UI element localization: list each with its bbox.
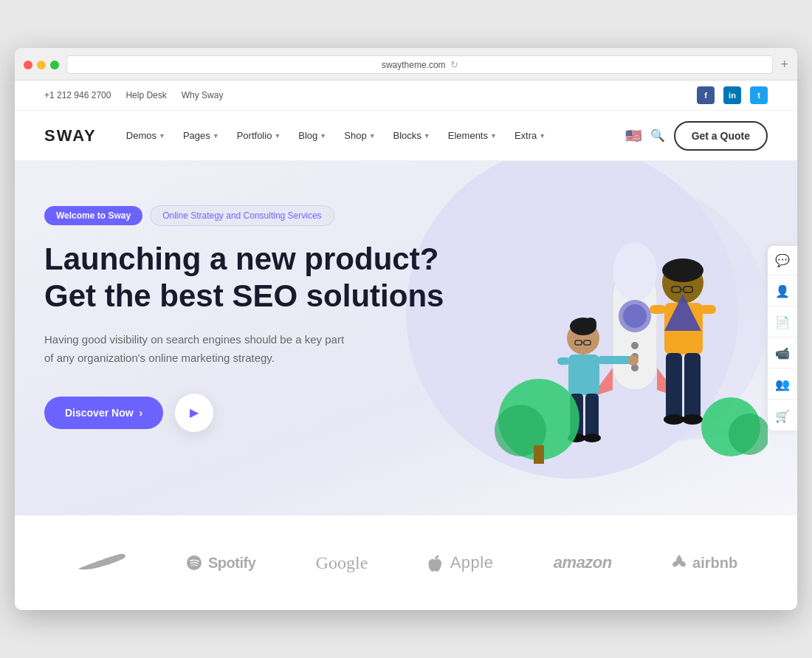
right-sidebar: 💬 👤 📄 📹 👥 🛒 <box>768 246 797 431</box>
chat-icon[interactable]: 💬 <box>768 246 797 275</box>
svg-rect-30 <box>568 354 599 395</box>
linkedin-icon[interactable]: in <box>723 86 741 104</box>
nav-label-portfolio: Portfolio <box>237 130 272 141</box>
brand-apple[interactable]: Apple <box>428 553 494 572</box>
top-bar-left: +1 212 946 2700 Help Desk Why Sway <box>44 90 223 100</box>
svg-rect-17 <box>650 305 666 314</box>
discover-button[interactable]: Discover Now › <box>44 397 163 429</box>
maximize-button[interactable] <box>50 61 59 69</box>
airbnb-label: airbnb <box>692 555 737 572</box>
badge-primary: Welcome to Sway <box>44 206 142 225</box>
new-tab-button[interactable]: + <box>780 57 788 72</box>
url-text: swaytheme.com <box>382 60 446 70</box>
why-sway-link[interactable]: Why Sway <box>182 90 224 100</box>
nav-label-blog: Blog <box>298 130 317 141</box>
nav-label-pages: Pages <box>183 130 210 141</box>
hero-description: Having good visibility on search engines… <box>44 330 354 368</box>
svg-point-22 <box>664 414 684 425</box>
search-icon[interactable]: 🔍 <box>650 128 665 143</box>
discover-label: Discover Now <box>65 407 134 419</box>
hero-section: Welcome to Sway Online Strategy and Cons… <box>15 161 797 515</box>
get-quote-button[interactable]: Get a Quote <box>674 121 768 151</box>
hero-content: Welcome to Sway Online Strategy and Cons… <box>44 205 458 432</box>
svg-rect-40 <box>534 445 544 464</box>
social-links: f in t <box>697 86 768 104</box>
close-button[interactable] <box>24 61 32 69</box>
svg-point-32 <box>628 355 639 366</box>
nav-label-blocks: Blocks <box>393 130 422 141</box>
svg-rect-33 <box>557 357 570 365</box>
minimize-button[interactable] <box>37 61 46 69</box>
chevron-down-icon: ▼ <box>490 132 497 140</box>
nav-right: 🇺🇸 🔍 Get a Quote <box>625 121 768 151</box>
svg-point-37 <box>583 433 601 442</box>
nav-item-portfolio[interactable]: Portfolio ▼ <box>230 124 289 147</box>
chevron-down-icon: ▼ <box>369 132 376 140</box>
chevron-down-icon: ▼ <box>274 132 281 140</box>
nav-item-shop[interactable]: Shop ▼ <box>337 124 382 147</box>
amazon-label: amazon <box>554 553 612 572</box>
main-nav: SWAY Demos ▼ Pages ▼ Portfolio ▼ Blog ▼ <box>15 111 797 161</box>
svg-point-23 <box>682 414 703 425</box>
help-desk-link[interactable]: Help Desk <box>125 90 166 100</box>
url-bar[interactable]: swaytheme.com ↻ <box>66 55 773 74</box>
facebook-icon[interactable]: f <box>697 86 715 104</box>
svg-point-12 <box>662 258 703 282</box>
browser-chrome: swaytheme.com ↻ + <box>15 48 797 80</box>
site-wrapper: +1 212 946 2700 Help Desk Why Sway f in … <box>15 80 797 610</box>
spotify-label: Spotify <box>208 555 255 572</box>
chevron-down-icon: ▼ <box>213 132 219 140</box>
brand-airbnb[interactable]: airbnb <box>672 553 737 572</box>
hero-badges: Welcome to Sway Online Strategy and Cons… <box>44 205 458 226</box>
brand-nike[interactable] <box>75 552 126 573</box>
nav-item-blog[interactable]: Blog ▼ <box>291 124 334 147</box>
svg-point-7 <box>631 342 639 349</box>
svg-rect-21 <box>684 353 701 419</box>
user-circle-icon[interactable]: 👤 <box>768 277 797 306</box>
svg-rect-18 <box>700 305 716 314</box>
svg-rect-35 <box>585 394 599 438</box>
nav-label-demos: Demos <box>126 130 156 141</box>
badge-secondary: Online Strategy and Consulting Services <box>150 205 334 226</box>
hero-actions: Discover Now › ▶ <box>44 394 458 432</box>
play-icon: ▶ <box>190 405 199 419</box>
people-icon[interactable]: 👥 <box>768 370 797 400</box>
arrow-icon: › <box>140 407 143 419</box>
chevron-down-icon: ▼ <box>159 132 165 140</box>
language-flag[interactable]: 🇺🇸 <box>625 128 641 144</box>
nav-item-demos[interactable]: Demos ▼ <box>119 124 173 147</box>
google-label: Google <box>316 553 368 573</box>
nav-items: Demos ▼ Pages ▼ Portfolio ▼ Blog ▼ Shop <box>119 124 625 147</box>
nav-item-blocks[interactable]: Blocks ▼ <box>386 124 438 147</box>
nav-label-extra: Extra <box>515 130 537 141</box>
phone-number: +1 212 946 2700 <box>44 90 111 100</box>
nav-item-pages[interactable]: Pages ▼ <box>176 124 227 147</box>
play-button[interactable]: ▶ <box>175 394 213 432</box>
svg-point-2 <box>613 242 657 301</box>
twitter-icon[interactable]: t <box>750 86 768 104</box>
video-icon[interactable]: 📹 <box>768 339 797 369</box>
nav-item-extra[interactable]: Extra ▼ <box>507 124 553 147</box>
top-bar: +1 212 946 2700 Help Desk Why Sway f in … <box>15 80 797 111</box>
cart-icon[interactable]: 🛒 <box>768 401 797 431</box>
nav-item-elements[interactable]: Elements ▼ <box>441 124 504 147</box>
svg-point-26 <box>585 318 596 329</box>
hero-title-line2: Get the best SEO solutions <box>44 278 444 313</box>
hero-illustration <box>413 168 768 479</box>
hero-title: Launching a new product? Get the best SE… <box>44 241 458 315</box>
brand-amazon[interactable]: amazon <box>554 553 612 572</box>
document-icon[interactable]: 📄 <box>768 308 797 337</box>
traffic-lights <box>24 61 59 69</box>
chevron-down-icon: ▼ <box>424 132 430 140</box>
site-logo[interactable]: SWAY <box>44 126 97 145</box>
brand-spotify[interactable]: Spotify <box>186 555 255 572</box>
nav-label-shop: Shop <box>344 130 366 141</box>
chevron-down-icon: ▼ <box>539 132 546 140</box>
hero-title-line1: Launching a new product? <box>44 241 438 276</box>
refresh-icon[interactable]: ↻ <box>450 59 458 70</box>
nav-label-elements: Elements <box>448 130 488 141</box>
brand-google[interactable]: Google <box>316 553 368 573</box>
svg-rect-20 <box>666 353 682 419</box>
brands-section: Spotify Google Apple amazon <box>15 515 797 610</box>
svg-point-6 <box>623 304 647 328</box>
